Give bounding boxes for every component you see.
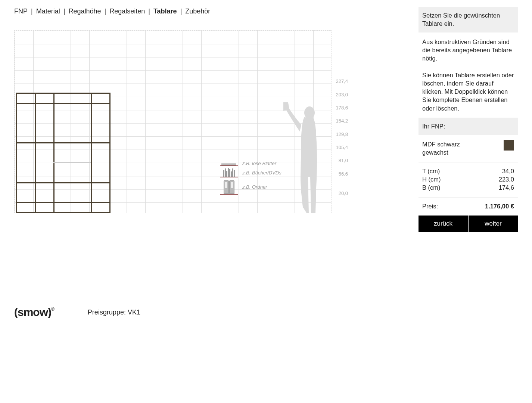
sidebar: Setzen Sie die gewünschten Tablare ein. … (419, 7, 518, 299)
breadcrumb-item[interactable]: Tablare (153, 7, 177, 15)
breadcrumb-item[interactable]: Regalhöhe (68, 7, 101, 15)
dim-b-label: B (cm) (422, 183, 441, 192)
info-text-2: Sie können Tablare erstellen oder lösche… (422, 71, 514, 112)
legend: z.B. lose Blätter z.B. Bücher/DVDs (220, 161, 281, 196)
dim-b-value: 174,6 (499, 183, 514, 192)
dim-t-value: 34,0 (502, 167, 514, 175)
shelf-canvas[interactable]: 227,4203,0178,6154,2129,8105,481,056,620… (14, 30, 332, 213)
breadcrumb-item[interactable]: Zubehör (185, 7, 210, 15)
info-text-1: Aus konstruktiven Gründen sind die berei… (422, 38, 514, 63)
height-label: 203,0 (336, 92, 348, 97)
height-label: 178,6 (336, 105, 348, 111)
back-button[interactable]: zurück (419, 216, 468, 232)
dim-h-label: H (cm) (422, 175, 441, 183)
next-button[interactable]: weiter (469, 216, 518, 232)
intro-text: Setzen Sie die gewünschten Tablare ein. (422, 12, 500, 27)
dimensions-panel: T (cm) 34,0 H (cm) 223,0 B (cm) 174,6 (419, 162, 518, 197)
height-label: 154,2 (336, 118, 348, 124)
material-name: MDF schwarz gewachst (422, 140, 478, 157)
legend-books-label: z.B. Bücher/DVDs (242, 170, 281, 176)
svg-point-0 (304, 106, 315, 119)
height-label: 81,0 (339, 158, 348, 163)
height-label: 227,4 (336, 78, 348, 84)
breadcrumb: FNP | Material | Regalhöhe | Regalseiten… (14, 7, 411, 15)
height-label: 129,8 (336, 131, 348, 137)
height-label: 56,6 (339, 171, 348, 177)
pricegroup-label: Preisgruppe: VK1 (88, 309, 140, 316)
price-label: Preis: (422, 202, 438, 210)
shelf-structure[interactable] (16, 93, 109, 213)
price-value: 1.176,00 € (485, 202, 514, 210)
your-fnp-panel: Ihr FNP: (419, 118, 518, 136)
breadcrumb-item[interactable]: FNP (14, 7, 28, 15)
dim-h-value: 223,0 (499, 175, 514, 183)
legend-loose-label: z.B. lose Blätter (242, 161, 276, 166)
info-panel: Aus konstruktiven Gründen sind die berei… (419, 33, 518, 118)
material-panel: MDF schwarz gewachst (419, 136, 518, 162)
material-swatch (504, 140, 514, 151)
binders-icon (220, 179, 238, 195)
price-panel: Preis: 1.176,00 € (419, 197, 518, 216)
your-fnp-label: Ihr FNP: (422, 123, 445, 130)
books-icon (220, 168, 238, 177)
breadcrumb-item[interactable]: Regalseiten (109, 7, 145, 15)
person-silhouette-icon (283, 102, 324, 213)
smow-logo: (smow)® (14, 306, 54, 319)
breadcrumb-item[interactable]: Material (36, 7, 60, 15)
loose-sheets-icon (220, 161, 238, 166)
intro-panel: Setzen Sie die gewünschten Tablare ein. (419, 7, 518, 33)
legend-binders-label: z.B. Ordner (242, 184, 267, 190)
dim-t-label: T (cm) (422, 167, 440, 175)
height-label: 105,4 (336, 145, 348, 150)
svg-rect-1 (283, 102, 289, 111)
height-label: 20,0 (339, 190, 348, 196)
